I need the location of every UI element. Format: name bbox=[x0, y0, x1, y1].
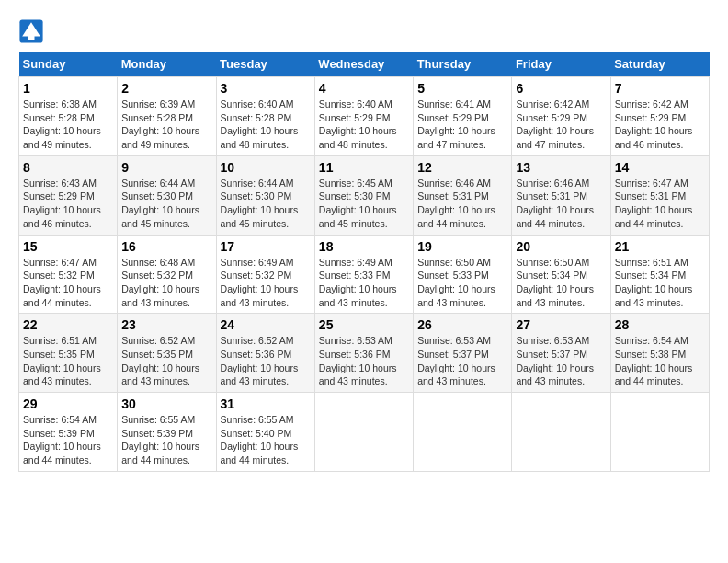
day-number: 19 bbox=[417, 239, 507, 254]
day-cell-3: 3Sunrise: 6:40 AMSunset: 5:28 PMDaylight… bbox=[216, 77, 314, 156]
logo bbox=[18, 18, 48, 44]
day-number: 30 bbox=[121, 396, 211, 411]
day-number: 17 bbox=[221, 239, 311, 254]
week-row-4: 22Sunrise: 6:51 AMSunset: 5:35 PMDayligh… bbox=[19, 314, 710, 393]
day-cell-30: 30Sunrise: 6:55 AMSunset: 5:39 PMDayligh… bbox=[118, 393, 216, 472]
day-info: Sunrise: 6:46 AMSunset: 5:31 PMDaylight:… bbox=[516, 178, 594, 229]
day-cell-15: 15Sunrise: 6:47 AMSunset: 5:32 PMDayligh… bbox=[19, 235, 118, 314]
day-cell-11: 11Sunrise: 6:45 AMSunset: 5:30 PMDayligh… bbox=[314, 155, 413, 235]
day-number: 26 bbox=[417, 317, 507, 332]
day-info: Sunrise: 6:50 AMSunset: 5:33 PMDaylight:… bbox=[417, 257, 495, 308]
day-cell-16: 16Sunrise: 6:48 AMSunset: 5:32 PMDayligh… bbox=[118, 235, 216, 314]
day-info: Sunrise: 6:52 AMSunset: 5:35 PMDaylight:… bbox=[121, 335, 199, 386]
day-cell-26: 26Sunrise: 6:53 AMSunset: 5:37 PMDayligh… bbox=[414, 314, 512, 393]
day-info: Sunrise: 6:53 AMSunset: 5:37 PMDaylight:… bbox=[516, 335, 594, 386]
day-number: 21 bbox=[615, 239, 705, 254]
day-number: 12 bbox=[417, 160, 507, 175]
day-info: Sunrise: 6:43 AMSunset: 5:29 PMDaylight:… bbox=[23, 178, 101, 229]
day-info: Sunrise: 6:49 AMSunset: 5:32 PMDaylight:… bbox=[221, 257, 299, 308]
day-info: Sunrise: 6:47 AMSunset: 5:31 PMDaylight:… bbox=[615, 178, 693, 229]
week-row-1: 1Sunrise: 6:38 AMSunset: 5:28 PMDaylight… bbox=[19, 77, 710, 156]
day-cell-25: 25Sunrise: 6:53 AMSunset: 5:36 PMDayligh… bbox=[314, 314, 413, 393]
day-info: Sunrise: 6:38 AMSunset: 5:28 PMDaylight:… bbox=[23, 98, 101, 150]
day-number: 9 bbox=[121, 160, 211, 175]
day-cell-21: 21Sunrise: 6:51 AMSunset: 5:34 PMDayligh… bbox=[610, 235, 709, 314]
header-sunday: Sunday bbox=[19, 52, 118, 77]
day-info: Sunrise: 6:55 AMSunset: 5:39 PMDaylight:… bbox=[121, 414, 199, 465]
day-info: Sunrise: 6:48 AMSunset: 5:32 PMDaylight:… bbox=[121, 257, 199, 308]
day-cell-13: 13Sunrise: 6:46 AMSunset: 5:31 PMDayligh… bbox=[512, 155, 610, 235]
week-row-5: 29Sunrise: 6:54 AMSunset: 5:39 PMDayligh… bbox=[19, 393, 710, 472]
day-info: Sunrise: 6:53 AMSunset: 5:36 PMDaylight:… bbox=[319, 335, 397, 386]
calendar-header-row: SundayMondayTuesdayWednesdayThursdayFrid… bbox=[19, 52, 710, 77]
day-cell-14: 14Sunrise: 6:47 AMSunset: 5:31 PMDayligh… bbox=[610, 155, 709, 235]
day-info: Sunrise: 6:42 AMSunset: 5:29 PMDaylight:… bbox=[516, 98, 594, 150]
day-cell-22: 22Sunrise: 6:51 AMSunset: 5:35 PMDayligh… bbox=[19, 314, 118, 393]
day-cell-7: 7Sunrise: 6:42 AMSunset: 5:29 PMDaylight… bbox=[610, 77, 709, 156]
day-cell-2: 2Sunrise: 6:39 AMSunset: 5:28 PMDaylight… bbox=[118, 77, 216, 156]
day-number: 23 bbox=[121, 317, 211, 332]
day-cell-8: 8Sunrise: 6:43 AMSunset: 5:29 PMDaylight… bbox=[19, 155, 118, 235]
day-info: Sunrise: 6:46 AMSunset: 5:31 PMDaylight:… bbox=[417, 178, 495, 229]
day-info: Sunrise: 6:54 AMSunset: 5:39 PMDaylight:… bbox=[23, 414, 101, 465]
day-number: 5 bbox=[417, 81, 507, 96]
day-cell-18: 18Sunrise: 6:49 AMSunset: 5:33 PMDayligh… bbox=[314, 235, 413, 314]
day-cell-10: 10Sunrise: 6:44 AMSunset: 5:30 PMDayligh… bbox=[216, 155, 314, 235]
day-cell-1: 1Sunrise: 6:38 AMSunset: 5:28 PMDaylight… bbox=[19, 77, 118, 156]
day-number: 22 bbox=[23, 317, 113, 332]
day-info: Sunrise: 6:50 AMSunset: 5:34 PMDaylight:… bbox=[516, 257, 594, 308]
day-cell-28: 28Sunrise: 6:54 AMSunset: 5:38 PMDayligh… bbox=[610, 314, 709, 393]
day-cell-23: 23Sunrise: 6:52 AMSunset: 5:35 PMDayligh… bbox=[118, 314, 216, 393]
day-cell-9: 9Sunrise: 6:44 AMSunset: 5:30 PMDaylight… bbox=[118, 155, 216, 235]
calendar-table: SundayMondayTuesdayWednesdayThursdayFrid… bbox=[18, 52, 710, 472]
day-number: 3 bbox=[221, 81, 311, 96]
day-number: 8 bbox=[23, 160, 113, 175]
day-cell-29: 29Sunrise: 6:54 AMSunset: 5:39 PMDayligh… bbox=[19, 393, 118, 472]
day-cell-27: 27Sunrise: 6:53 AMSunset: 5:37 PMDayligh… bbox=[512, 314, 610, 393]
day-info: Sunrise: 6:52 AMSunset: 5:36 PMDaylight:… bbox=[221, 335, 299, 386]
logo-icon bbox=[18, 18, 44, 44]
day-info: Sunrise: 6:41 AMSunset: 5:29 PMDaylight:… bbox=[417, 98, 495, 150]
empty-cell bbox=[512, 393, 610, 472]
day-info: Sunrise: 6:40 AMSunset: 5:28 PMDaylight:… bbox=[221, 98, 299, 150]
day-number: 16 bbox=[121, 239, 211, 254]
header-wednesday: Wednesday bbox=[314, 52, 413, 77]
day-info: Sunrise: 6:40 AMSunset: 5:29 PMDaylight:… bbox=[319, 98, 397, 150]
day-info: Sunrise: 6:42 AMSunset: 5:29 PMDaylight:… bbox=[615, 98, 693, 150]
empty-cell bbox=[314, 393, 413, 472]
day-number: 27 bbox=[516, 317, 606, 332]
day-cell-6: 6Sunrise: 6:42 AMSunset: 5:29 PMDaylight… bbox=[512, 77, 610, 156]
day-cell-5: 5Sunrise: 6:41 AMSunset: 5:29 PMDaylight… bbox=[414, 77, 512, 156]
day-number: 6 bbox=[516, 81, 606, 96]
day-number: 20 bbox=[516, 239, 606, 254]
day-info: Sunrise: 6:53 AMSunset: 5:37 PMDaylight:… bbox=[417, 335, 495, 386]
day-number: 14 bbox=[615, 160, 705, 175]
day-number: 11 bbox=[319, 160, 409, 175]
day-cell-31: 31Sunrise: 6:55 AMSunset: 5:40 PMDayligh… bbox=[216, 393, 314, 472]
day-number: 7 bbox=[615, 81, 705, 96]
day-number: 1 bbox=[23, 81, 113, 96]
day-number: 10 bbox=[221, 160, 311, 175]
day-cell-17: 17Sunrise: 6:49 AMSunset: 5:32 PMDayligh… bbox=[216, 235, 314, 314]
day-cell-4: 4Sunrise: 6:40 AMSunset: 5:29 PMDaylight… bbox=[314, 77, 413, 156]
header-friday: Friday bbox=[512, 52, 610, 77]
day-cell-19: 19Sunrise: 6:50 AMSunset: 5:33 PMDayligh… bbox=[414, 235, 512, 314]
day-info: Sunrise: 6:49 AMSunset: 5:33 PMDaylight:… bbox=[319, 257, 397, 308]
day-info: Sunrise: 6:51 AMSunset: 5:35 PMDaylight:… bbox=[23, 335, 101, 386]
day-number: 15 bbox=[23, 239, 113, 254]
day-info: Sunrise: 6:55 AMSunset: 5:40 PMDaylight:… bbox=[221, 414, 299, 465]
week-row-3: 15Sunrise: 6:47 AMSunset: 5:32 PMDayligh… bbox=[19, 235, 710, 314]
calendar-body: 1Sunrise: 6:38 AMSunset: 5:28 PMDaylight… bbox=[19, 77, 710, 472]
page-header bbox=[18, 18, 710, 44]
day-number: 25 bbox=[319, 317, 409, 332]
day-number: 24 bbox=[221, 317, 311, 332]
day-info: Sunrise: 6:39 AMSunset: 5:28 PMDaylight:… bbox=[121, 98, 199, 150]
day-number: 29 bbox=[23, 396, 113, 411]
header-tuesday: Tuesday bbox=[216, 52, 314, 77]
day-info: Sunrise: 6:47 AMSunset: 5:32 PMDaylight:… bbox=[23, 257, 101, 308]
header-thursday: Thursday bbox=[414, 52, 512, 77]
day-cell-24: 24Sunrise: 6:52 AMSunset: 5:36 PMDayligh… bbox=[216, 314, 314, 393]
empty-cell bbox=[610, 393, 709, 472]
week-row-2: 8Sunrise: 6:43 AMSunset: 5:29 PMDaylight… bbox=[19, 155, 710, 235]
day-number: 4 bbox=[319, 81, 409, 96]
